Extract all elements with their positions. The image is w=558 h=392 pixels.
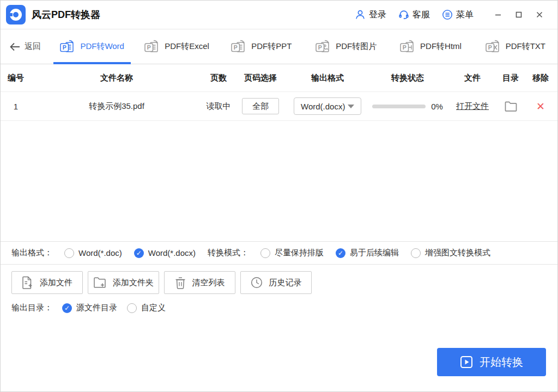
radio-label: 尽量保持排版 (275, 248, 324, 258)
add-file-icon (22, 276, 33, 289)
radio-source-directory[interactable]: ✓ 源文件目录 (62, 303, 117, 313)
pdf-to-html-icon: P (399, 39, 415, 54)
radio-unchecked-icon (64, 248, 74, 258)
start-conversion-button[interactable]: 开始转换 (437, 348, 546, 376)
tab-pdf-to-excel[interactable]: P PDF转Excel (134, 29, 219, 64)
tab-pdf-to-html[interactable]: P PDF转Html (388, 29, 472, 64)
pdf-to-image-icon: P (315, 39, 331, 54)
folder-icon (505, 101, 517, 112)
col-header-output-format: 输出格式 (286, 73, 369, 83)
menu-icon (442, 9, 453, 20)
svg-text:P: P (147, 44, 151, 51)
radio-checked-icon: ✓ (336, 248, 345, 258)
login-label: 登录 (369, 9, 386, 21)
maximize-button[interactable] (510, 7, 528, 23)
radio-label: 易于后续编辑 (350, 248, 399, 258)
file-toolbar: 添加文件 添加文件夹 (11, 271, 547, 294)
col-header-directory: 目录 (499, 73, 523, 83)
output-format-options-label: 输出格式： (11, 248, 52, 258)
trash-icon (175, 277, 186, 289)
play-icon (460, 356, 473, 369)
file-list-empty-area (1, 121, 557, 241)
radio-label: 源文件目录 (76, 303, 117, 313)
col-header-pages: 页数 (202, 73, 235, 83)
add-file-button[interactable]: 添加文件 (11, 271, 83, 294)
radio-keep-layout[interactable]: 尽量保持排版 (260, 248, 324, 258)
conversion-options-bar: 输出格式： Word(*.doc) ✓ Word(*.docx) 转换模式： 尽… (1, 241, 557, 265)
pdf-to-word-icon: P (59, 39, 75, 54)
row-filename: 转换示例35.pdf (31, 101, 202, 112)
table-header: 编号 文件名称 页数 页码选择 输出格式 转换状态 文件 目录 移除 (1, 64, 557, 91)
open-file-link[interactable]: 打开文件 (456, 101, 489, 112)
output-format-value: Word(.docx) (301, 102, 345, 111)
tab-bar: 返回 P PDF转Word P (1, 29, 557, 64)
radio-custom-directory[interactable]: 自定义 (127, 303, 166, 313)
tab-pdf-to-word[interactable]: P PDF转Word (50, 29, 134, 64)
tab-pdf-to-ppt[interactable]: P PDF转PPT (219, 29, 304, 64)
menu-label: 菜单 (456, 9, 474, 21)
radio-word-doc[interactable]: Word(*.doc) (64, 248, 122, 258)
col-header-page-select: 页码选择 (235, 73, 286, 83)
pdf-to-ppt-icon: P (231, 39, 246, 54)
window-controls (489, 7, 549, 23)
menu-button[interactable]: 菜单 (442, 9, 474, 21)
add-folder-button[interactable]: 添加文件夹 (88, 271, 159, 294)
app-logo-icon (6, 5, 26, 24)
back-label: 返回 (25, 41, 41, 52)
svg-text:P: P (63, 44, 66, 51)
minimize-button[interactable] (489, 7, 507, 23)
progress-percent: 0% (431, 102, 443, 111)
history-button[interactable]: 历史记录 (240, 271, 312, 294)
radio-enhanced-mode[interactable]: 增强图文转换模式 (411, 248, 490, 258)
tab-label: PDF转图片 (336, 41, 377, 52)
row-pages-status: 读取中 (202, 101, 235, 112)
app-title: 风云PDF转换器 (32, 8, 100, 21)
output-format-dropdown[interactable]: Word(.docx) (294, 97, 361, 115)
customer-service-label: 客服 (413, 9, 430, 21)
tab-label: PDF转Excel (165, 41, 209, 52)
tab-label: PDF转PPT (251, 41, 292, 52)
tab-label: PDF转TXT (506, 41, 545, 52)
pdf-to-txt-icon: P (485, 39, 501, 54)
radio-easy-edit[interactable]: ✓ 易于后续编辑 (336, 248, 399, 258)
clear-list-button[interactable]: 清空列表 (164, 271, 235, 294)
app-window: 风云PDF转换器 登录 客服 (0, 0, 558, 392)
radio-label: Word(*.doc) (78, 248, 122, 258)
pdf-to-excel-icon: P (144, 39, 160, 54)
bottom-toolbar-area: 添加文件 添加文件夹 (1, 265, 557, 391)
progress-bar (372, 105, 426, 108)
close-button[interactable] (530, 7, 549, 23)
clock-icon (251, 277, 263, 289)
back-arrow-icon (9, 42, 20, 51)
col-header-file: 文件 (446, 73, 499, 83)
radio-unchecked-icon (260, 248, 270, 258)
row-index: 1 (1, 102, 31, 111)
convert-mode-radio-group: 尽量保持排版 ✓ 易于后续编辑 增强图文转换模式 (260, 248, 490, 258)
customer-service-button[interactable]: 客服 (398, 9, 430, 21)
radio-word-docx[interactable]: ✓ Word(*.docx) (134, 248, 196, 258)
tab-pdf-to-txt[interactable]: P PDF转TXT (473, 29, 557, 64)
col-header-remove: 移除 (523, 73, 558, 83)
radio-unchecked-icon (411, 248, 421, 258)
login-button[interactable]: 登录 (355, 9, 386, 21)
user-icon (355, 9, 366, 20)
radio-label: 自定义 (141, 303, 166, 313)
svg-text:P: P (403, 44, 407, 51)
table-row: 1 转换示例35.pdf 读取中 全部 Word(.docx) 0% 打开文件 (1, 91, 557, 121)
radio-checked-icon: ✓ (134, 248, 144, 258)
svg-text:P: P (318, 44, 322, 51)
tab-label: PDF转Html (420, 41, 462, 52)
output-directory-bar: 输出目录： ✓ 源文件目录 自定义 (11, 303, 547, 313)
radio-label: Word(*.docx) (148, 248, 196, 258)
open-directory-button[interactable] (499, 101, 523, 112)
start-conversion-label: 开始转换 (480, 355, 523, 370)
tab-label: PDF转Word (80, 41, 124, 52)
radio-checked-icon: ✓ (62, 303, 72, 313)
back-button[interactable]: 返回 (1, 29, 50, 64)
add-folder-icon (93, 277, 106, 289)
remove-row-button[interactable]: ✕ (523, 101, 558, 112)
page-select-button[interactable]: 全部 (242, 98, 279, 114)
tab-pdf-to-image[interactable]: P PDF转图片 (304, 29, 388, 64)
title-bar: 风云PDF转换器 登录 客服 (1, 1, 557, 29)
convert-mode-label: 转换模式： (208, 248, 248, 258)
